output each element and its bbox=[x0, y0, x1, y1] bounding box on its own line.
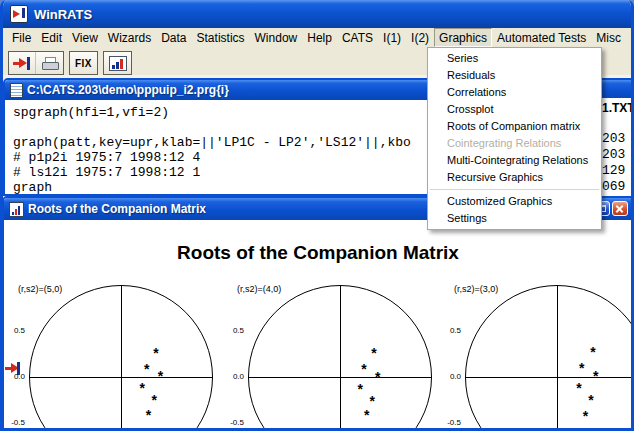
y-tick-label: 0.0 bbox=[441, 372, 461, 381]
imaginary-axis-2 bbox=[340, 285, 341, 431]
root-marker: * bbox=[583, 409, 588, 423]
y-tick-label: -0.5 bbox=[224, 418, 244, 427]
root-marker: * bbox=[579, 361, 584, 375]
panel-label-1: (r,s2)=(5,0) bbox=[18, 284, 62, 294]
root-marker: * bbox=[593, 369, 598, 383]
root-marker: * bbox=[153, 346, 158, 360]
y-tick-label: 0.5 bbox=[5, 326, 25, 335]
roots-chart: Roots of the Companion Matrix (r,s2)=(5,… bbox=[4, 220, 634, 431]
fix-button-label: FIX bbox=[75, 58, 92, 69]
fix-button[interactable]: FIX bbox=[70, 52, 97, 74]
graph-window: Roots of the Companion Matrix Roots of t… bbox=[2, 196, 634, 431]
output-number-3: 129 bbox=[602, 163, 634, 179]
root-marker: * bbox=[369, 394, 374, 408]
graphics-dropdown-menu: SeriesResidualsCorrelationsCrossplotRoot… bbox=[427, 47, 602, 230]
root-marker: * bbox=[358, 382, 363, 396]
root-marker: * bbox=[146, 408, 151, 422]
menu-item-i-1[interactable]: I(1) bbox=[378, 28, 406, 47]
menu-item-cointegrating-relations: Cointegrating Relations bbox=[428, 135, 601, 152]
real-axis-1 bbox=[29, 377, 213, 378]
winrats-app-icon bbox=[10, 5, 28, 23]
menu-item-customized-graphics[interactable]: Customized Graphics bbox=[428, 193, 601, 210]
root-marker: * bbox=[361, 362, 366, 376]
root-marker: * bbox=[588, 393, 593, 407]
root-marker: * bbox=[144, 362, 149, 376]
output-number-1: 203 bbox=[602, 131, 634, 147]
root-marker: * bbox=[371, 346, 376, 360]
root-marker: * bbox=[576, 381, 581, 395]
code-window-title: C:\CATS.203\demo\pppuip_i2.prg{i} bbox=[27, 83, 229, 97]
real-axis-2 bbox=[248, 377, 432, 378]
graph-button[interactable] bbox=[104, 52, 131, 74]
menu-item-window[interactable]: Window bbox=[250, 28, 303, 47]
menu-item-correlations[interactable]: Correlations bbox=[428, 84, 601, 101]
menu-item-file[interactable]: File bbox=[7, 28, 36, 47]
y-tick-label: 0.0 bbox=[5, 372, 25, 381]
output-window-content: 203203129069 bbox=[602, 131, 634, 195]
panel-label-2: (r,s2)=(4,0) bbox=[237, 284, 281, 294]
menu-item-crossplot[interactable]: Crossplot bbox=[428, 101, 601, 118]
output-number-2: 203 bbox=[602, 147, 634, 163]
chart-title: Roots of the Companion Matrix bbox=[4, 242, 632, 264]
document-icon bbox=[10, 83, 23, 98]
menu-item-edit[interactable]: Edit bbox=[36, 28, 67, 47]
menu-item-data[interactable]: Data bbox=[156, 28, 191, 47]
unit-circle-3 bbox=[465, 285, 634, 431]
menu-item-statistics[interactable]: Statistics bbox=[192, 28, 250, 47]
print-button[interactable] bbox=[36, 52, 63, 74]
menu-item-recursive-graphics[interactable]: Recursive Graphics bbox=[428, 169, 601, 186]
menu-item-graphics[interactable]: Graphics bbox=[434, 28, 492, 47]
y-tick-label: -0.5 bbox=[441, 418, 461, 427]
menu-item-roots-of-companion-matrix[interactable]: Roots of Companion matrix bbox=[428, 118, 601, 135]
chart-icon bbox=[9, 202, 24, 217]
root-marker: * bbox=[364, 408, 369, 422]
root-marker: * bbox=[158, 369, 163, 383]
title-bar[interactable]: WinRATS bbox=[3, 0, 631, 28]
output-number-4: 069 bbox=[602, 179, 634, 195]
imaginary-axis-1 bbox=[121, 285, 122, 431]
bar-chart-icon bbox=[109, 56, 127, 71]
menu-item-i-2[interactable]: I(2) bbox=[406, 28, 434, 47]
real-axis-3 bbox=[465, 377, 634, 378]
output-window-title: 1.TXT bbox=[602, 101, 634, 115]
toolbar-group-fix: FIX bbox=[69, 51, 98, 75]
root-marker: * bbox=[590, 345, 595, 359]
winrats-window: WinRATS FileEditViewWizardsDataStatistic… bbox=[0, 0, 634, 431]
menu-item-multi-cointegrating-relations[interactable]: Multi-Cointegrating Relations bbox=[428, 152, 601, 169]
printer-icon bbox=[41, 57, 59, 70]
imaginary-axis-3 bbox=[557, 285, 558, 431]
panel-label-3: (r,s2)=(3,0) bbox=[454, 284, 498, 294]
toolbar-group-io bbox=[8, 51, 64, 75]
menu-item-series[interactable]: Series bbox=[428, 50, 601, 67]
menu-bar: FileEditViewWizardsDataStatisticsWindowH… bbox=[3, 28, 631, 47]
red-arrow-run-icon bbox=[13, 57, 31, 70]
y-tick-label: 0.0 bbox=[224, 372, 244, 381]
graph-window-title: Roots of the Companion Matrix bbox=[28, 202, 206, 216]
root-marker: * bbox=[375, 370, 380, 384]
menu-item-wizards[interactable]: Wizards bbox=[103, 28, 156, 47]
y-tick-label: -0.5 bbox=[5, 418, 25, 427]
menu-item-view[interactable]: View bbox=[67, 28, 103, 47]
y-tick-label: 0.5 bbox=[441, 326, 461, 335]
y-tick-label: 0.5 bbox=[224, 326, 244, 335]
menu-separator bbox=[430, 189, 599, 190]
app-title: WinRATS bbox=[34, 7, 92, 22]
toolbar-group-graph bbox=[103, 51, 132, 75]
root-marker: * bbox=[139, 381, 144, 395]
close-button[interactable] bbox=[612, 201, 628, 216]
root-marker: * bbox=[151, 393, 156, 407]
menu-item-residuals[interactable]: Residuals bbox=[428, 67, 601, 84]
menu-item-cats[interactable]: CATS bbox=[337, 28, 378, 47]
menu-item-settings[interactable]: Settings bbox=[428, 210, 601, 227]
menu-item-help[interactable]: Help bbox=[302, 28, 337, 47]
run-input-button[interactable] bbox=[9, 52, 36, 74]
menu-item-misc[interactable]: Misc bbox=[591, 28, 626, 47]
menu-item-automated-tests[interactable]: Automated Tests bbox=[492, 28, 591, 47]
